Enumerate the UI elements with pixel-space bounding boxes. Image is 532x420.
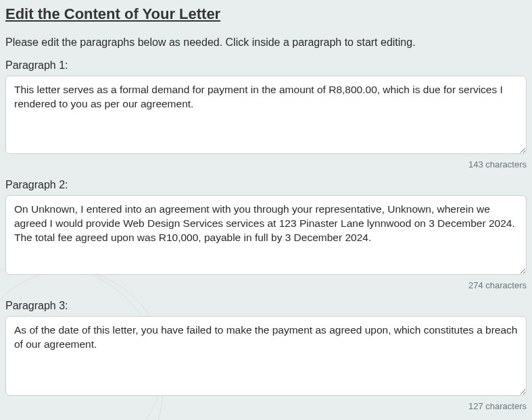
- paragraph-3-textarea[interactable]: [5, 316, 527, 396]
- paragraph-3-label: Paragraph 3:: [5, 300, 527, 312]
- paragraph-2-char-count: 274 characters: [5, 280, 527, 290]
- paragraph-1-label: Paragraph 1:: [5, 59, 527, 72]
- paragraph-2-textarea[interactable]: [5, 195, 527, 275]
- paragraph-3-char-count: 127 characters: [5, 401, 527, 411]
- paragraph-block-2: Paragraph 2: 274 characters: [5, 179, 527, 290]
- paragraph-block-1: Paragraph 1: 143 characters: [5, 59, 527, 169]
- paragraph-1-textarea[interactable]: [5, 76, 527, 154]
- paragraph-1-char-count: 143 characters: [5, 159, 527, 169]
- paragraph-block-3: Paragraph 3: 127 characters: [5, 300, 527, 411]
- paragraph-2-label: Paragraph 2:: [5, 179, 527, 191]
- page-title: Edit the Content of Your Letter: [5, 5, 527, 23]
- instructions-text: Please edit the paragraphs below as need…: [5, 36, 527, 49]
